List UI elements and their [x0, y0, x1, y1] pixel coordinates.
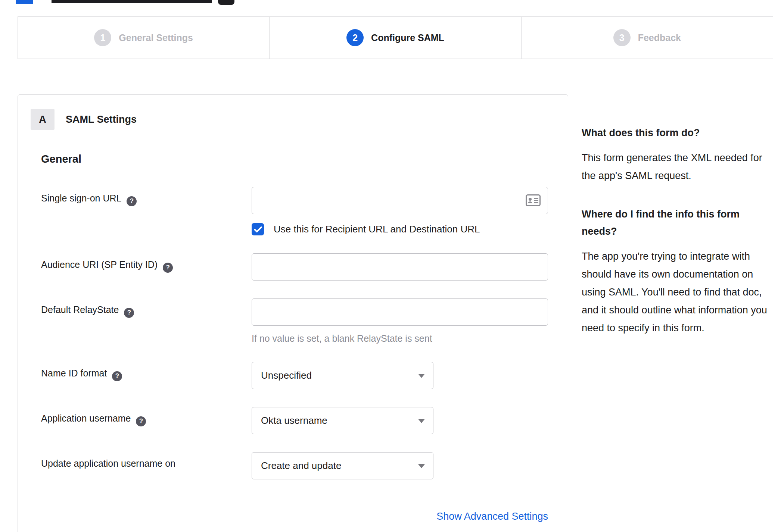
app-logo-fragment [16, 0, 33, 4]
update-app-username-value: Create and update [261, 460, 341, 472]
audience-uri-label-wrap: Audience URI (SP Entity ID) [41, 253, 252, 281]
relaystate-input[interactable] [252, 298, 548, 326]
sso-url-help-icon[interactable] [127, 196, 137, 206]
general-section-heading: General [41, 153, 553, 165]
sidebar-heading-what: What does this form do? [582, 124, 773, 141]
sso-url-input-wrap [252, 187, 548, 214]
panel-header: A SAML Settings [31, 109, 553, 130]
advanced-settings-spacer [41, 511, 252, 522]
check-icon [254, 226, 262, 233]
audience-uri-help-icon[interactable] [163, 263, 173, 273]
sso-url-field: Use this for Recipient URL and Destinati… [252, 187, 553, 235]
clipped-page-header [0, 0, 781, 5]
chevron-down-icon [418, 374, 425, 378]
recipient-url-checkbox-row: Use this for Recipient URL and Destinati… [252, 223, 553, 235]
audience-uri-label: Audience URI (SP Entity ID) [41, 259, 158, 270]
update-app-username-label: Update application username on [41, 458, 175, 469]
name-id-format-label: Name ID format [41, 368, 107, 378]
sso-url-label: Single sign-on URL [41, 193, 121, 203]
content-row: A SAML Settings General Single sign-on U… [18, 94, 773, 532]
app-username-label: Application username [41, 413, 131, 423]
help-sidebar: What does this form do? This form genera… [582, 94, 773, 532]
app-username-field: Okta username [252, 407, 553, 434]
recipient-url-checkbox-label: Use this for Recipient URL and Destinati… [274, 223, 480, 235]
page-title-fragment [52, 0, 212, 3]
step-3-number-badge: 3 [613, 29, 631, 46]
step-configure-saml[interactable]: 2 Configure SAML [269, 17, 521, 59]
app-username-label-wrap: Application username [41, 407, 252, 434]
sso-url-row: Single sign-on URL [41, 187, 553, 235]
sidebar-heading-where: Where do I find the info this form needs… [582, 206, 773, 240]
name-id-format-value: Unspecified [261, 370, 312, 381]
relaystate-label-wrap: Default RelayState [41, 298, 252, 344]
sidebar-body-where: The app you're trying to integrate with … [582, 247, 773, 337]
name-id-format-row: Name ID format Unspecified [41, 362, 553, 389]
wizard-stepper: 1 General Settings 2 Configure SAML 3 Fe… [18, 16, 773, 59]
recipient-url-checkbox[interactable] [252, 223, 264, 235]
relaystate-help-icon[interactable] [124, 308, 134, 318]
sso-url-input[interactable] [252, 187, 548, 214]
step-1-label: General Settings [119, 32, 193, 43]
sidebar-section-what: What does this form do? This form genera… [582, 124, 773, 185]
app-username-help-icon[interactable] [136, 416, 146, 426]
sso-url-label-wrap: Single sign-on URL [41, 187, 252, 235]
name-id-format-field: Unspecified [252, 362, 553, 389]
advanced-settings-field: Show Advanced Settings [252, 511, 553, 522]
section-badge-a: A [31, 109, 55, 130]
chevron-down-icon [418, 464, 425, 468]
step-2-label: Configure SAML [371, 32, 444, 43]
app-username-select[interactable]: Okta username [252, 407, 433, 434]
step-1-number-badge: 1 [94, 29, 111, 46]
sidebar-section-where: Where do I find the info this form needs… [582, 206, 773, 337]
update-app-username-field: Create and update [252, 452, 553, 479]
name-id-format-label-wrap: Name ID format [41, 362, 252, 389]
relaystate-row: Default RelayState If no value is set, a… [41, 298, 553, 344]
sidebar-body-what: This form generates the XML needed for t… [582, 149, 773, 185]
panel-title: SAML Settings [66, 114, 137, 125]
app-username-value: Okta username [261, 415, 327, 426]
relaystate-hint: If no value is set, a blank RelayState i… [252, 333, 553, 344]
saml-settings-panel: A SAML Settings General Single sign-on U… [18, 94, 568, 532]
step-feedback[interactable]: 3 Feedback [521, 17, 773, 59]
step-2-number-badge: 2 [346, 29, 364, 46]
advanced-settings-row: Show Advanced Settings [41, 511, 553, 522]
step-general-settings[interactable]: 1 General Settings [18, 17, 269, 59]
name-id-format-help-icon[interactable] [112, 371, 122, 381]
audience-uri-row: Audience URI (SP Entity ID) [41, 253, 553, 281]
advanced-link-wrap: Show Advanced Settings [252, 511, 548, 522]
relaystate-field: If no value is set, a blank RelayState i… [252, 298, 553, 344]
relaystate-label: Default RelayState [41, 304, 119, 315]
contact-card-icon [526, 194, 541, 206]
audience-uri-field [252, 253, 553, 281]
update-app-username-select[interactable]: Create and update [252, 452, 433, 479]
audience-uri-input[interactable] [252, 253, 548, 281]
update-app-username-row: Update application username on Create an… [41, 452, 553, 479]
app-icon-fragment [218, 0, 234, 5]
app-username-row: Application username Okta username [41, 407, 553, 434]
show-advanced-settings-link[interactable]: Show Advanced Settings [436, 511, 548, 522]
chevron-down-icon [418, 419, 425, 423]
saml-form: Single sign-on URL [41, 187, 553, 522]
step-3-label: Feedback [638, 32, 681, 43]
update-app-username-label-wrap: Update application username on [41, 452, 252, 479]
name-id-format-select[interactable]: Unspecified [252, 362, 433, 389]
